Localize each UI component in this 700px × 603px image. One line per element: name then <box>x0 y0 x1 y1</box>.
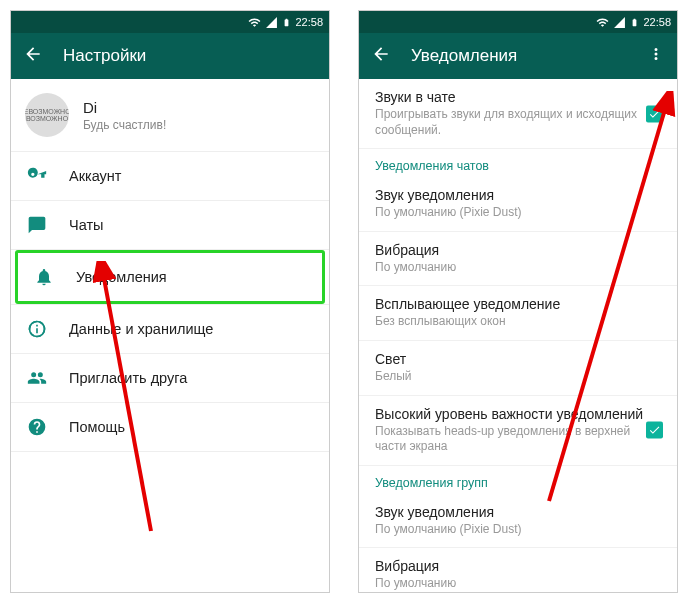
phone-left: 22:58 Настройки НЕВОЗМОЖНОЕ ВОЗМОЖНО Di … <box>10 10 330 593</box>
wifi-icon <box>596 16 609 29</box>
setting-high-priority[interactable]: Высокий уровень важности уведомлений Пок… <box>359 396 677 466</box>
setting-sub: По умолчанию <box>375 260 661 276</box>
chat-icon <box>27 215 47 235</box>
settings-item-label: Чаты <box>69 217 103 233</box>
profile-name: Di <box>83 99 166 116</box>
appbar-title: Уведомления <box>411 46 627 66</box>
settings-item-account[interactable]: Аккаунт <box>11 152 329 200</box>
settings-item-label: Уведомления <box>76 269 167 285</box>
setting-vibrate[interactable]: Вибрация По умолчанию <box>359 232 677 287</box>
setting-sub: Белый <box>375 369 661 385</box>
setting-sub: Без всплывающих окон <box>375 314 661 330</box>
setting-sub: Проигрывать звуки для входящих и исходящ… <box>375 107 661 138</box>
notifications-content: Звуки в чате Проигрывать звуки для входя… <box>359 79 677 592</box>
checkbox-checked[interactable] <box>646 422 663 439</box>
people-icon <box>27 368 47 388</box>
signal-icon <box>613 16 626 29</box>
avatar: НЕВОЗМОЖНОЕ ВОЗМОЖНО <box>25 93 69 137</box>
section-header-group-notifications: Уведомления групп <box>359 466 677 494</box>
setting-group-tone[interactable]: Звук уведомления По умолчанию (Pixie Dus… <box>359 494 677 549</box>
settings-content: НЕВОЗМОЖНОЕ ВОЗМОЖНО Di Будь счастлив! А… <box>11 79 329 592</box>
setting-notification-tone[interactable]: Звук уведомления По умолчанию (Pixie Dus… <box>359 177 677 232</box>
settings-item-notifications[interactable]: Уведомления <box>15 250 325 304</box>
settings-item-chats[interactable]: Чаты <box>11 201 329 249</box>
app-bar: Уведомления <box>359 33 677 79</box>
setting-sub: По умолчанию <box>375 576 661 592</box>
settings-item-invite[interactable]: Пригласить друга <box>11 354 329 402</box>
checkbox-checked[interactable] <box>646 105 663 122</box>
profile-status: Будь счастлив! <box>83 118 166 132</box>
phone-right: 22:58 Уведомления Звуки в чате Проигрыва… <box>358 10 678 593</box>
setting-popup[interactable]: Всплывающее уведомление Без всплывающих … <box>359 286 677 341</box>
status-bar: 22:58 <box>359 11 677 33</box>
setting-title: Высокий уровень важности уведомлений <box>375 406 661 422</box>
wifi-icon <box>248 16 261 29</box>
setting-sub: Показывать heads-up уведомления в верхне… <box>375 424 661 455</box>
clock: 22:58 <box>295 16 323 28</box>
bell-icon <box>34 267 54 287</box>
status-bar: 22:58 <box>11 11 329 33</box>
battery-icon <box>282 16 291 29</box>
app-bar: Настройки <box>11 33 329 79</box>
key-icon <box>27 166 47 186</box>
divider <box>11 451 329 452</box>
clock: 22:58 <box>643 16 671 28</box>
appbar-title: Настройки <box>63 46 317 66</box>
more-button[interactable] <box>647 45 665 67</box>
back-button[interactable] <box>23 44 43 68</box>
section-header-chat-notifications: Уведомления чатов <box>359 149 677 177</box>
setting-title: Звук уведомления <box>375 187 661 203</box>
battery-icon <box>630 16 639 29</box>
setting-light[interactable]: Свет Белый <box>359 341 677 396</box>
setting-title: Свет <box>375 351 661 367</box>
settings-item-data[interactable]: Данные и хранилище <box>11 305 329 353</box>
setting-title: Вибрация <box>375 242 661 258</box>
setting-title: Всплывающее уведомление <box>375 296 661 312</box>
setting-title: Звук уведомления <box>375 504 661 520</box>
setting-title: Звуки в чате <box>375 89 661 105</box>
avatar-text: НЕВОЗМОЖНОЕ ВОЗМОЖНО <box>25 108 69 123</box>
settings-item-label: Помощь <box>69 419 125 435</box>
setting-sub: По умолчанию (Pixie Dust) <box>375 205 661 221</box>
help-icon <box>27 417 47 437</box>
signal-icon <box>265 16 278 29</box>
profile-row[interactable]: НЕВОЗМОЖНОЕ ВОЗМОЖНО Di Будь счастлив! <box>11 79 329 151</box>
data-icon <box>27 319 47 339</box>
setting-title: Вибрация <box>375 558 661 574</box>
settings-item-label: Пригласить друга <box>69 370 187 386</box>
settings-item-help[interactable]: Помощь <box>11 403 329 451</box>
setting-conversation-tones[interactable]: Звуки в чате Проигрывать звуки для входя… <box>359 79 677 149</box>
settings-item-label: Данные и хранилище <box>69 321 213 337</box>
settings-item-label: Аккаунт <box>69 168 121 184</box>
setting-sub: По умолчанию (Pixie Dust) <box>375 522 661 538</box>
back-button[interactable] <box>371 44 391 68</box>
setting-group-vibrate[interactable]: Вибрация По умолчанию <box>359 548 677 592</box>
